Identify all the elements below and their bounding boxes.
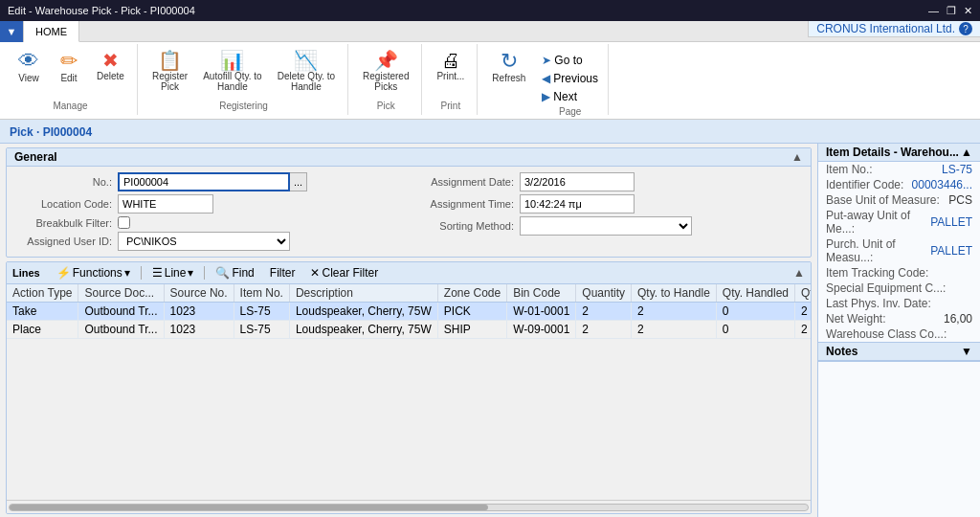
lines-tbody: TakeOutbound Tr...1023LS-75Loudspeaker, … (7, 303, 811, 339)
delete-icon: ✖ (102, 51, 119, 70)
item-detail-value: PALLET (930, 244, 972, 258)
breakbulk-row: Breakbulk Filter: (16, 216, 399, 229)
horizontal-scrollbar[interactable] (7, 500, 811, 513)
table-cell: 2 (632, 321, 717, 339)
general-fields: No.: ... Location Code: Breakbulk Filter… (7, 167, 811, 257)
view-icon: 👁 (18, 51, 39, 72)
table-cell: 0 (716, 303, 794, 321)
filter-label: Filter (270, 266, 296, 280)
find-label: Find (232, 266, 254, 280)
assignment-date-label: Assignment Date: (418, 176, 514, 188)
table-cell: 1023 (164, 303, 234, 321)
table-cell: W-09-0001 (507, 321, 576, 339)
scrollbar-track (9, 504, 809, 511)
assigned-user-row: Assigned User ID: PC\NIKOS (16, 232, 399, 251)
delete-qty-label: Delete Qty. to Handle (278, 71, 335, 92)
item-detail-value: LS-75 (942, 163, 972, 176)
edit-button[interactable]: ✏ Edit (50, 48, 88, 86)
page-title-text: Pick · PI000004 (10, 125, 92, 139)
assignment-time-input[interactable] (520, 194, 635, 214)
filter-btn[interactable]: Filter (265, 264, 301, 281)
help-icon[interactable]: ? (959, 22, 972, 35)
item-detail-value: PCS (948, 193, 972, 207)
lines-table-container[interactable]: Action Type Source Doc... Source No. Ite… (7, 284, 811, 500)
table-row[interactable]: TakeOutbound Tr...1023LS-75Loudspeaker, … (7, 303, 811, 321)
register-label: Register Pick (152, 71, 188, 92)
ribbon-nav-btn[interactable]: ▼ (0, 21, 24, 42)
tab-home[interactable]: HOME (24, 21, 79, 42)
breakbulk-checkbox[interactable] (118, 216, 130, 229)
sep1 (141, 266, 142, 280)
functions-label: Functions (73, 266, 122, 280)
col-qty-handled: Qty. Handled (716, 284, 794, 303)
clear-filter-btn[interactable]: ✕ Clear Filter (305, 264, 383, 281)
company-bar: CRONUS International Ltd. ? (808, 21, 980, 37)
table-cell: PICK (437, 303, 506, 321)
col-zone-code: Zone Code (437, 284, 506, 303)
no-ellipsis-btn[interactable]: ... (290, 172, 307, 191)
col-action-type: Action Type (7, 284, 78, 303)
location-code-input[interactable] (118, 194, 213, 214)
previous-icon: ◀ (542, 72, 550, 85)
table-cell: Loudspeaker, Cherry, 75W (289, 303, 437, 321)
lines-collapse-btn[interactable]: ▲ (793, 266, 805, 280)
location-code-label: Location Code: (16, 198, 112, 210)
no-input[interactable] (118, 172, 290, 191)
manage-buttons: 👁 View ✏ Edit ✖ Delete (10, 48, 131, 99)
refresh-button[interactable]: ↻ Refresh (485, 48, 532, 86)
item-detail-label: Base Unit of Measure: (826, 193, 940, 207)
item-details-header: Item Details - Warehou... ▲ (818, 144, 980, 162)
goto-icon: ➤ (542, 54, 551, 67)
col-item-no: Item No. (234, 284, 289, 303)
register-pick-button[interactable]: 📋 Register Pick (145, 48, 194, 95)
item-detail-row: Purch. Unit of Measu...:PALLET (818, 236, 980, 265)
sorting-method-select[interactable] (520, 216, 692, 236)
table-cell: 2 (795, 321, 811, 339)
delete-button[interactable]: ✖ Delete (90, 48, 131, 84)
item-details-collapse[interactable]: ▲ (961, 146, 972, 159)
general-collapse-btn[interactable]: ▲ (791, 150, 803, 164)
scrollbar-thumb (10, 505, 488, 510)
table-cell: LS-75 (234, 303, 289, 321)
item-detail-row: Warehouse Class Co...: (818, 326, 980, 342)
assigned-user-select[interactable]: PC\NIKOS (118, 232, 290, 251)
next-button[interactable]: ▶ Next (538, 88, 602, 105)
table-row[interactable]: PlaceOutbound Tr...1023LS-75Loudspeaker,… (7, 321, 811, 339)
table-cell: 2 (632, 303, 717, 321)
sorting-method-row: Sorting Method: (418, 216, 801, 236)
company-name: CRONUS International Ltd. (816, 22, 955, 35)
autofill-label: Autofill Qty. to Handle (203, 71, 262, 92)
registered-picks-button[interactable]: 📌 Registered Picks (356, 48, 415, 95)
item-detail-label: Put-away Unit of Me...: (826, 209, 930, 236)
minimize-btn[interactable]: — (928, 5, 939, 17)
functions-icon: ⚡ (56, 266, 71, 280)
assignment-date-input[interactable] (520, 172, 635, 191)
item-detail-value: 16,00 (944, 312, 972, 326)
table-cell: Place (7, 321, 78, 339)
col-qty-outstanding: Qty. Outstanding (795, 284, 811, 303)
table-cell: SHIP (437, 321, 506, 339)
notes-collapse[interactable]: ▼ (961, 345, 972, 358)
line-btn[interactable]: ☰ Line ▾ (147, 264, 199, 281)
functions-btn[interactable]: ⚡ Functions ▾ (52, 264, 135, 281)
table-cell: Loudspeaker, Cherry, 75W (289, 321, 437, 339)
table-cell: Take (7, 303, 78, 321)
item-detail-row: Special Equipment C...: (818, 281, 980, 296)
registered-picks-label: Registered Picks (363, 71, 409, 92)
maximize-btn[interactable]: ❐ (947, 5, 956, 17)
close-btn[interactable]: ✕ (964, 5, 972, 17)
view-button[interactable]: 👁 View (10, 48, 48, 86)
previous-button[interactable]: ◀ Previous (538, 70, 602, 87)
table-cell: W-01-0001 (507, 303, 576, 321)
goto-button[interactable]: ➤ Go to (538, 52, 602, 69)
find-btn[interactable]: 🔍 Find (211, 264, 258, 281)
general-left-col: No.: ... Location Code: Breakbulk Filter… (16, 172, 399, 251)
print-button[interactable]: 🖨 Print... (430, 48, 471, 84)
table-cell: 2 (576, 303, 632, 321)
autofill-button[interactable]: 📊 Autofill Qty. to Handle (196, 48, 269, 95)
delete-qty-button[interactable]: 📉 Delete Qty. to Handle (271, 48, 342, 95)
ribbon: ▼ HOME CRONUS International Ltd. ? 👁 Vie… (0, 21, 980, 120)
notes-section: Notes ▼ (818, 343, 980, 362)
item-detail-value: 00003446... (912, 178, 972, 191)
item-detail-row: Identifier Code:00003446... (818, 177, 980, 192)
